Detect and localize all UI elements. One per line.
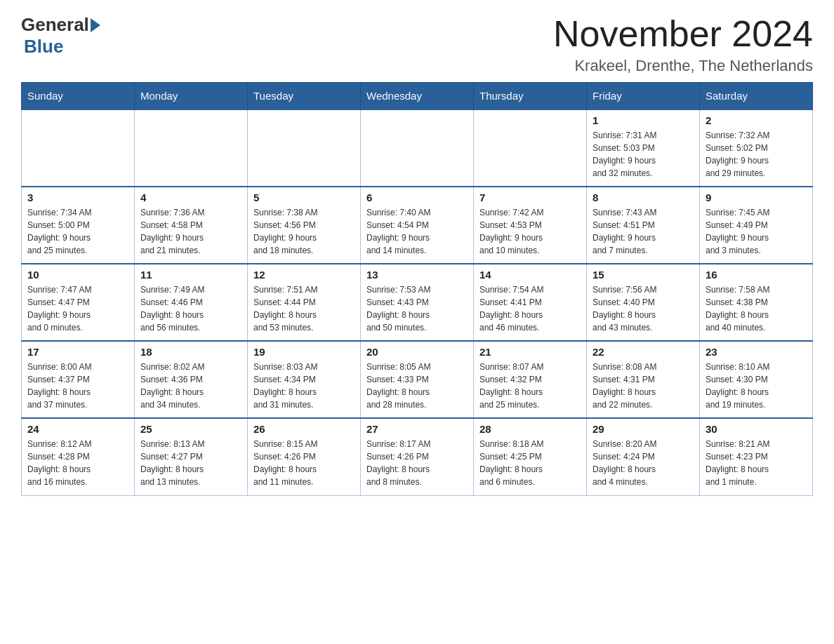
calendar-cell: 18Sunrise: 8:02 AM Sunset: 4:36 PM Dayli… bbox=[135, 341, 248, 418]
day-number: 20 bbox=[366, 346, 468, 358]
day-info: Sunrise: 7:49 AM Sunset: 4:46 PM Dayligh… bbox=[140, 283, 241, 334]
calendar-cell: 23Sunrise: 8:10 AM Sunset: 4:30 PM Dayli… bbox=[700, 341, 813, 418]
weekday-header-wednesday: Wednesday bbox=[361, 83, 474, 110]
day-info: Sunrise: 7:40 AM Sunset: 4:54 PM Dayligh… bbox=[366, 206, 468, 257]
calendar-cell: 20Sunrise: 8:05 AM Sunset: 4:33 PM Dayli… bbox=[361, 341, 474, 418]
day-info: Sunrise: 8:02 AM Sunset: 4:36 PM Dayligh… bbox=[140, 361, 241, 411]
calendar-cell: 24Sunrise: 8:12 AM Sunset: 4:28 PM Dayli… bbox=[22, 418, 135, 495]
calendar-week-1: 1Sunrise: 7:31 AM Sunset: 5:03 PM Daylig… bbox=[22, 109, 813, 187]
calendar-week-2: 3Sunrise: 7:34 AM Sunset: 5:00 PM Daylig… bbox=[22, 187, 813, 264]
day-info: Sunrise: 7:54 AM Sunset: 4:41 PM Dayligh… bbox=[479, 283, 581, 334]
day-info: Sunrise: 7:34 AM Sunset: 5:00 PM Dayligh… bbox=[27, 206, 128, 257]
calendar-cell: 9Sunrise: 7:45 AM Sunset: 4:49 PM Daylig… bbox=[700, 187, 813, 264]
day-number: 22 bbox=[593, 346, 694, 358]
day-info: Sunrise: 7:58 AM Sunset: 4:38 PM Dayligh… bbox=[706, 283, 807, 334]
calendar-cell bbox=[135, 109, 248, 187]
calendar-cell: 8Sunrise: 7:43 AM Sunset: 4:51 PM Daylig… bbox=[587, 187, 700, 264]
calendar-cell: 29Sunrise: 8:20 AM Sunset: 4:24 PM Dayli… bbox=[587, 418, 700, 495]
weekday-header-tuesday: Tuesday bbox=[248, 83, 361, 110]
day-info: Sunrise: 7:36 AM Sunset: 4:58 PM Dayligh… bbox=[140, 206, 241, 257]
calendar-cell: 1Sunrise: 7:31 AM Sunset: 5:03 PM Daylig… bbox=[587, 109, 700, 187]
weekday-header-friday: Friday bbox=[587, 83, 700, 110]
calendar-cell: 14Sunrise: 7:54 AM Sunset: 4:41 PM Dayli… bbox=[474, 264, 587, 341]
calendar-cell: 22Sunrise: 8:08 AM Sunset: 4:31 PM Dayli… bbox=[587, 341, 700, 418]
day-number: 15 bbox=[593, 269, 694, 281]
day-number: 7 bbox=[479, 192, 581, 203]
day-number: 18 bbox=[140, 346, 241, 358]
day-info: Sunrise: 8:10 AM Sunset: 4:30 PM Dayligh… bbox=[706, 361, 807, 411]
day-number: 29 bbox=[593, 423, 694, 435]
day-number: 24 bbox=[27, 423, 128, 435]
calendar-cell: 28Sunrise: 8:18 AM Sunset: 4:25 PM Dayli… bbox=[474, 418, 587, 495]
calendar-cell: 30Sunrise: 8:21 AM Sunset: 4:23 PM Dayli… bbox=[700, 418, 813, 495]
day-info: Sunrise: 7:32 AM Sunset: 5:02 PM Dayligh… bbox=[706, 129, 807, 180]
calendar-table: SundayMondayTuesdayWednesdayThursdayFrid… bbox=[21, 82, 813, 496]
day-number: 9 bbox=[706, 192, 807, 203]
day-number: 5 bbox=[253, 192, 355, 203]
calendar-cell: 15Sunrise: 7:56 AM Sunset: 4:40 PM Dayli… bbox=[587, 264, 700, 341]
logo-blue-text: Blue bbox=[24, 36, 63, 57]
day-number: 13 bbox=[366, 269, 468, 281]
weekday-header-monday: Monday bbox=[135, 83, 248, 110]
day-info: Sunrise: 8:08 AM Sunset: 4:31 PM Dayligh… bbox=[593, 361, 694, 411]
day-number: 28 bbox=[479, 423, 581, 435]
day-info: Sunrise: 7:45 AM Sunset: 4:49 PM Dayligh… bbox=[706, 206, 807, 257]
calendar-cell bbox=[361, 109, 474, 187]
day-info: Sunrise: 8:00 AM Sunset: 4:37 PM Dayligh… bbox=[27, 361, 128, 411]
day-info: Sunrise: 7:56 AM Sunset: 4:40 PM Dayligh… bbox=[593, 283, 694, 334]
day-info: Sunrise: 7:43 AM Sunset: 4:51 PM Dayligh… bbox=[593, 206, 694, 257]
weekday-header-thursday: Thursday bbox=[474, 83, 587, 110]
day-number: 1 bbox=[593, 114, 694, 126]
day-number: 4 bbox=[140, 192, 241, 203]
day-info: Sunrise: 7:38 AM Sunset: 4:56 PM Dayligh… bbox=[253, 206, 355, 257]
day-info: Sunrise: 8:15 AM Sunset: 4:26 PM Dayligh… bbox=[253, 438, 355, 488]
calendar-cell: 2Sunrise: 7:32 AM Sunset: 5:02 PM Daylig… bbox=[700, 109, 813, 187]
calendar-cell: 6Sunrise: 7:40 AM Sunset: 4:54 PM Daylig… bbox=[361, 187, 474, 264]
day-number: 25 bbox=[140, 423, 241, 435]
title-block: November 2024 Krakeel, Drenthe, The Neth… bbox=[553, 14, 813, 75]
day-number: 19 bbox=[253, 346, 355, 358]
calendar-cell: 25Sunrise: 8:13 AM Sunset: 4:27 PM Dayli… bbox=[135, 418, 248, 495]
logo-general-text: General bbox=[21, 14, 89, 36]
calendar-cell: 4Sunrise: 7:36 AM Sunset: 4:58 PM Daylig… bbox=[135, 187, 248, 264]
day-number: 14 bbox=[479, 269, 581, 281]
weekday-header-saturday: Saturday bbox=[700, 83, 813, 110]
day-info: Sunrise: 7:51 AM Sunset: 4:44 PM Dayligh… bbox=[253, 283, 355, 334]
day-number: 21 bbox=[479, 346, 581, 358]
day-info: Sunrise: 8:17 AM Sunset: 4:26 PM Dayligh… bbox=[366, 438, 468, 488]
calendar-week-3: 10Sunrise: 7:47 AM Sunset: 4:47 PM Dayli… bbox=[22, 264, 813, 341]
day-number: 11 bbox=[140, 269, 241, 281]
day-number: 10 bbox=[27, 269, 128, 281]
weekday-header-sunday: Sunday bbox=[22, 83, 135, 110]
day-info: Sunrise: 7:53 AM Sunset: 4:43 PM Dayligh… bbox=[366, 283, 468, 334]
calendar-week-4: 17Sunrise: 8:00 AM Sunset: 4:37 PM Dayli… bbox=[22, 341, 813, 418]
day-info: Sunrise: 8:18 AM Sunset: 4:25 PM Dayligh… bbox=[479, 438, 581, 488]
calendar-cell: 12Sunrise: 7:51 AM Sunset: 4:44 PM Dayli… bbox=[248, 264, 361, 341]
calendar-cell: 5Sunrise: 7:38 AM Sunset: 4:56 PM Daylig… bbox=[248, 187, 361, 264]
day-info: Sunrise: 8:07 AM Sunset: 4:32 PM Dayligh… bbox=[479, 361, 581, 411]
day-number: 6 bbox=[366, 192, 468, 203]
calendar-cell: 7Sunrise: 7:42 AM Sunset: 4:53 PM Daylig… bbox=[474, 187, 587, 264]
day-info: Sunrise: 8:05 AM Sunset: 4:33 PM Dayligh… bbox=[366, 361, 468, 411]
calendar-cell: 21Sunrise: 8:07 AM Sunset: 4:32 PM Dayli… bbox=[474, 341, 587, 418]
day-number: 30 bbox=[706, 423, 807, 435]
calendar-cell: 17Sunrise: 8:00 AM Sunset: 4:37 PM Dayli… bbox=[22, 341, 135, 418]
calendar-cell: 27Sunrise: 8:17 AM Sunset: 4:26 PM Dayli… bbox=[361, 418, 474, 495]
day-info: Sunrise: 7:42 AM Sunset: 4:53 PM Dayligh… bbox=[479, 206, 581, 257]
day-number: 8 bbox=[593, 192, 694, 203]
day-number: 26 bbox=[253, 423, 355, 435]
day-info: Sunrise: 8:20 AM Sunset: 4:24 PM Dayligh… bbox=[593, 438, 694, 488]
calendar-cell: 10Sunrise: 7:47 AM Sunset: 4:47 PM Dayli… bbox=[22, 264, 135, 341]
day-info: Sunrise: 8:12 AM Sunset: 4:28 PM Dayligh… bbox=[27, 438, 128, 488]
calendar-cell: 3Sunrise: 7:34 AM Sunset: 5:00 PM Daylig… bbox=[22, 187, 135, 264]
calendar-cell: 16Sunrise: 7:58 AM Sunset: 4:38 PM Dayli… bbox=[700, 264, 813, 341]
weekday-header-row: SundayMondayTuesdayWednesdayThursdayFrid… bbox=[22, 83, 813, 110]
day-number: 23 bbox=[706, 346, 807, 358]
day-info: Sunrise: 7:31 AM Sunset: 5:03 PM Dayligh… bbox=[593, 129, 694, 180]
day-info: Sunrise: 8:03 AM Sunset: 4:34 PM Dayligh… bbox=[253, 361, 355, 411]
day-number: 12 bbox=[253, 269, 355, 281]
calendar-cell: 13Sunrise: 7:53 AM Sunset: 4:43 PM Dayli… bbox=[361, 264, 474, 341]
day-info: Sunrise: 7:47 AM Sunset: 4:47 PM Dayligh… bbox=[27, 283, 128, 334]
logo: General Blue bbox=[21, 14, 100, 58]
calendar-cell bbox=[474, 109, 587, 187]
